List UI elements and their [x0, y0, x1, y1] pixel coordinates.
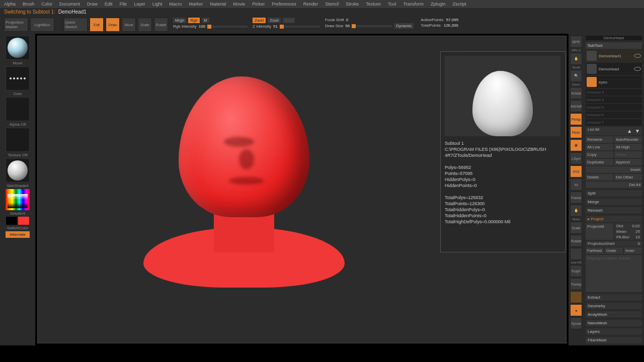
- menu-preferences[interactable]: Preferences: [272, 2, 296, 7]
- menu-movie[interactable]: Movie: [233, 2, 245, 7]
- arraymesh-section[interactable]: ArrayMesh: [586, 311, 642, 318]
- texture-selector[interactable]: [6, 128, 30, 152]
- dynamic-toggle[interactable]: Dynamic: [394, 23, 414, 29]
- color-picker[interactable]: [6, 189, 30, 210]
- menu-document[interactable]: Document: [59, 2, 80, 7]
- merge-section[interactable]: Merge: [586, 199, 642, 205]
- solo-button[interactable]: ●: [570, 304, 582, 316]
- paste-button[interactable]: Paste: [614, 151, 642, 158]
- move-up-icon[interactable]: ▲: [627, 128, 632, 134]
- menu-macro[interactable]: Macro: [169, 2, 182, 7]
- m-toggle[interactable]: M: [202, 18, 209, 23]
- inner-button[interactable]: Inner: [624, 247, 642, 254]
- dist-value[interactable]: 0.02: [632, 224, 640, 228]
- material-selector[interactable]: [6, 158, 30, 183]
- mrgb-toggle[interactable]: Mrgb: [173, 18, 186, 23]
- menu-material[interactable]: Material: [210, 2, 226, 7]
- menu-tool[interactable]: Tool: [388, 2, 396, 7]
- switch-color-button[interactable]: SwitchColor: [7, 226, 29, 230]
- rename-button[interactable]: Rename: [586, 136, 613, 143]
- secondary-color-swatch[interactable]: [6, 217, 17, 225]
- move-view-button[interactable]: ✋: [570, 205, 582, 217]
- project-all-button[interactable]: ProjectAll: [586, 223, 613, 240]
- menu-transform[interactable]: Transform: [403, 2, 424, 7]
- subtool-slot[interactable]: Unused 7: [586, 119, 642, 126]
- zcut-toggle[interactable]: Zcut: [283, 18, 295, 23]
- menu-marker[interactable]: Marker: [189, 2, 203, 7]
- scale-button[interactable]: Scale: [138, 18, 152, 32]
- fibermesh-section[interactable]: FiberMesh: [586, 337, 642, 343]
- transp-button[interactable]: Transp: [570, 278, 582, 290]
- menu-layer[interactable]: Layer: [134, 2, 145, 7]
- subtool-item[interactable]: eyes: [586, 76, 642, 88]
- menu-texture[interactable]: Texture: [366, 2, 381, 7]
- subtool-slot[interactable]: Unused 3: [586, 89, 642, 96]
- move-button[interactable]: Move: [122, 18, 136, 32]
- linefill-button[interactable]: [570, 248, 582, 260]
- list-all-button[interactable]: List All: [588, 127, 599, 135]
- farthest-button[interactable]: Farthest: [586, 247, 604, 254]
- rgb-toggle[interactable]: Rgb: [188, 18, 200, 23]
- menu-file[interactable]: File: [120, 2, 127, 7]
- xz-button[interactable]: Xz: [570, 178, 582, 191]
- rotate-view-button[interactable]: Rotate: [570, 235, 582, 247]
- project-section[interactable]: ▸ Project: [586, 216, 642, 222]
- outer-button[interactable]: Outer: [605, 247, 623, 254]
- zsub-toggle[interactable]: Zsub: [268, 18, 281, 23]
- visibility-icon[interactable]: [634, 54, 641, 58]
- z-intensity-slider[interactable]: [280, 26, 320, 28]
- draw-size-slider[interactable]: [352, 25, 392, 27]
- menu-alpha[interactable]: Alpha: [4, 2, 16, 7]
- subtool-slot[interactable]: Unused 5: [586, 104, 642, 111]
- frame-button[interactable]: Frame: [570, 192, 582, 204]
- aahalf-button[interactable]: AAHalf: [570, 100, 582, 112]
- subtool-slot[interactable]: Unused 4: [586, 97, 642, 103]
- stroke-selector[interactable]: [6, 66, 30, 90]
- menu-light[interactable]: Light: [152, 2, 163, 7]
- xyz-button[interactable]: XYZ: [570, 165, 582, 177]
- menu-zplugin[interactable]: Zplugin: [431, 2, 446, 7]
- mean-value[interactable]: 25: [635, 229, 640, 234]
- layers-section[interactable]: Layers: [586, 328, 642, 335]
- menu-brush[interactable]: Brush: [23, 2, 35, 7]
- menu-stroke[interactable]: Stroke: [346, 2, 359, 7]
- visibility-icon[interactable]: [634, 67, 641, 71]
- menu-render[interactable]: Render: [303, 2, 318, 7]
- subtool-header[interactable]: SubTool: [586, 42, 642, 49]
- delete-button[interactable]: Delete: [586, 174, 613, 180]
- edit-button[interactable]: Edit: [90, 18, 104, 32]
- all-high-button[interactable]: All High: [614, 144, 642, 150]
- scale-view-button[interactable]: Scale: [570, 222, 582, 234]
- polyf-button[interactable]: PolyF: [570, 265, 582, 277]
- projection-master-button[interactable]: Projection Master: [4, 18, 28, 32]
- local-button[interactable]: ◉: [570, 139, 582, 151]
- subtool-slot[interactable]: Unused 6: [586, 112, 642, 118]
- append-button[interactable]: Append: [614, 159, 642, 165]
- projection-shell-value[interactable]: 0: [638, 241, 640, 246]
- zoom-button[interactable]: 🔍: [570, 70, 582, 82]
- primary-color-swatch[interactable]: [18, 217, 29, 225]
- copy-button[interactable]: Copy: [586, 151, 613, 158]
- remesh-section[interactable]: Remesh: [586, 207, 642, 214]
- alternate-button[interactable]: Alternate: [6, 231, 30, 238]
- zadd-toggle[interactable]: Zadd: [253, 18, 266, 23]
- ghost-button[interactable]: [570, 291, 582, 303]
- all-low-button[interactable]: All Low: [586, 144, 613, 150]
- menu-zscript[interactable]: Zscript: [453, 2, 466, 7]
- actual-button[interactable]: Actual: [570, 87, 582, 99]
- tool-preview[interactable]: DemoHead: [586, 36, 642, 40]
- gradient-label[interactable]: Gradient: [10, 211, 26, 216]
- quick-sketch-button[interactable]: Quick Sketch: [63, 18, 88, 32]
- xpose-button[interactable]: Xpose: [570, 317, 582, 329]
- menu-draw[interactable]: Draw: [87, 2, 98, 7]
- draw-button[interactable]: Draw: [106, 18, 120, 32]
- extract-section[interactable]: Extract: [586, 294, 642, 301]
- lsym-button[interactable]: LSym: [570, 152, 582, 164]
- menu-edit[interactable]: Edit: [105, 2, 113, 7]
- pa-blur-value[interactable]: 10: [635, 235, 640, 239]
- menu-color[interactable]: Color: [42, 2, 53, 7]
- split-section[interactable]: Split: [586, 190, 642, 197]
- reproject-button[interactable]: Reproject Higher Subdiv: [586, 255, 642, 292]
- lightbox-button[interactable]: LightBox: [30, 18, 54, 32]
- geometry-section[interactable]: Geometry: [586, 303, 642, 309]
